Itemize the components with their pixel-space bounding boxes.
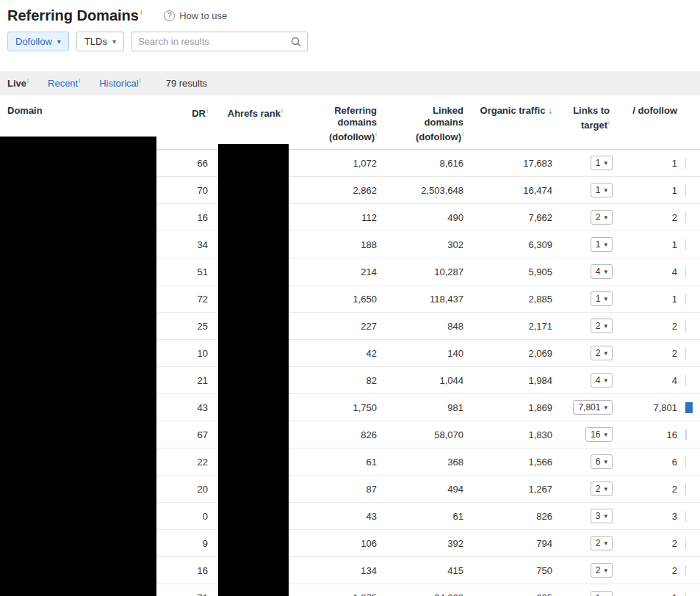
how-to-use-link[interactable]: ? How to use <box>164 10 227 21</box>
search-box <box>131 32 308 51</box>
info-superscript-icon: i <box>462 131 463 138</box>
filter-row: Dofollow ▾ TLDs ▾ <box>0 24 700 51</box>
links-to-target-value: 2 <box>596 538 601 548</box>
column-header-ahrefs-rank-label: Ahrefs rank <box>228 108 281 119</box>
organic-traffic-cell: 750 <box>471 557 560 584</box>
referring-domains-cell: 134 <box>290 557 384 584</box>
dr-cell: 10 <box>156 340 215 367</box>
tab-live[interactable]: Livei <box>7 77 29 89</box>
tab-recent-label: Recent <box>48 79 78 90</box>
caret-down-icon: ▾ <box>604 269 607 275</box>
links-to-target-value: 2 <box>596 565 601 575</box>
referring-domains-cell: 42 <box>290 340 384 367</box>
page-title-text: Referring Domains <box>7 7 139 23</box>
links-to-target-dropdown[interactable]: 2 ▾ <box>591 563 613 578</box>
column-header-ahrefs-rank[interactable]: Ahrefs ranki <box>215 101 290 150</box>
links-to-target-dropdown[interactable]: 7,801 ▾ <box>573 400 613 415</box>
linked-domains-cell: 494 <box>384 476 471 503</box>
caret-down-icon: ▾ <box>604 377 607 384</box>
tlds-filter-button[interactable]: TLDs ▾ <box>76 32 124 51</box>
links-to-target-cell: 1 ▾ <box>560 150 618 177</box>
question-circle-icon: ? <box>164 10 175 21</box>
referring-domains-cell: 2,862 <box>290 177 384 204</box>
links-to-target-dropdown[interactable]: 1 ▾ <box>591 591 613 596</box>
referring-domains-cell: 82 <box>290 367 384 394</box>
links-to-target-dropdown[interactable]: 4 ▾ <box>591 264 613 279</box>
search-input[interactable] <box>132 32 285 51</box>
links-to-target-cell: 2 ▾ <box>560 340 618 367</box>
column-header-dr[interactable]: DRi <box>156 101 215 150</box>
links-bar <box>685 484 686 495</box>
column-header-referring-domains-line1: Referring domains <box>297 105 377 128</box>
links-to-target-dropdown[interactable]: 1 ▾ <box>591 156 613 170</box>
links-bar <box>685 266 686 277</box>
referring-domains-page: Referring Domainsi ? How to use Dofollow… <box>0 0 700 596</box>
links-bar-cell <box>685 340 700 367</box>
column-header-dofollow-ratio[interactable]: / dofollow <box>618 101 685 150</box>
caret-down-icon: ▾ <box>604 567 607 574</box>
linked-domains-cell: 368 <box>384 448 471 476</box>
links-bar-cell <box>685 367 700 394</box>
dofollow-cell: 6 <box>618 448 685 476</box>
info-superscript-icon: i <box>281 107 283 115</box>
dr-cell: 22 <box>156 448 215 476</box>
links-bar-cell <box>685 286 700 313</box>
column-header-linked-domains[interactable]: Linked domains (dofollow)i <box>384 101 471 150</box>
links-to-target-value: 16 <box>591 429 600 440</box>
info-superscript-icon: i <box>140 77 141 84</box>
linked-domains-cell: 140 <box>384 340 471 367</box>
dr-cell: 67 <box>156 421 215 448</box>
links-to-target-value: 7,801 <box>578 402 600 413</box>
links-to-target-dropdown[interactable]: 2 ▾ <box>591 481 613 496</box>
links-bar <box>685 185 686 196</box>
caret-down-icon: ▾ <box>604 160 607 167</box>
links-bar-cell <box>685 177 700 204</box>
dofollow-cell: 2 <box>618 340 685 367</box>
links-to-target-dropdown[interactable]: 1 ▾ <box>591 183 613 197</box>
linked-domains-cell: 10,287 <box>384 258 471 286</box>
organic-traffic-cell: 5,905 <box>471 258 560 286</box>
links-bar-cell <box>685 503 700 530</box>
dofollow-cell: 1 <box>618 286 685 313</box>
links-bar <box>685 402 693 413</box>
links-bar <box>685 348 686 359</box>
links-to-target-dropdown[interactable]: 6 ▾ <box>591 454 613 469</box>
caret-down-icon: ▾ <box>604 187 607 194</box>
organic-traffic-cell: 635 <box>471 584 560 596</box>
links-to-target-dropdown[interactable]: 4 ▾ <box>591 373 613 388</box>
links-to-target-dropdown[interactable]: 1 ▾ <box>591 237 613 252</box>
links-to-target-value: 1 <box>596 239 601 250</box>
links-to-target-dropdown[interactable]: 16 ▾ <box>585 427 613 442</box>
links-to-target-cell: 4 ▾ <box>560 258 618 286</box>
column-header-dofollow-label: / dofollow <box>632 105 677 116</box>
links-to-target-value: 1 <box>596 185 601 195</box>
links-bar-cell <box>685 421 700 448</box>
links-to-target-dropdown[interactable]: 2 ▾ <box>591 536 613 550</box>
info-superscript-icon: i <box>79 77 80 84</box>
dofollow-cell: 4 <box>618 367 685 394</box>
links-to-target-value: 6 <box>596 457 601 467</box>
referring-domains-cell: 112 <box>290 204 384 231</box>
dr-cell: 0 <box>156 503 215 530</box>
dr-cell: 16 <box>156 204 215 231</box>
links-to-target-dropdown[interactable]: 1 ▾ <box>591 291 613 306</box>
links-to-target-cell: 4 ▾ <box>560 367 618 394</box>
column-header-referring-domains[interactable]: Referring domains (dofollow)i <box>290 101 384 150</box>
dofollow-cell: 1 <box>618 231 685 258</box>
column-header-organic-traffic[interactable]: Organic traffic ↓ <box>471 101 560 150</box>
column-header-links-to-target[interactable]: Links to targeti <box>560 101 618 150</box>
links-to-target-dropdown[interactable]: 3 ▾ <box>591 509 613 523</box>
links-bar <box>685 429 687 440</box>
search-submit-button[interactable] <box>285 32 307 51</box>
links-bar <box>685 593 686 596</box>
links-to-target-dropdown[interactable]: 2 ▾ <box>591 210 613 225</box>
tab-historical[interactable]: Historicali <box>99 77 140 89</box>
linked-domains-cell: 8,616 <box>384 150 471 177</box>
organic-traffic-cell: 794 <box>471 530 560 557</box>
linked-domains-cell: 490 <box>384 204 471 231</box>
dofollow-filter-button[interactable]: Dofollow ▾ <box>7 32 69 51</box>
tab-recent[interactable]: Recenti <box>48 77 80 89</box>
organic-traffic-cell: 1,830 <box>471 421 560 448</box>
links-to-target-dropdown[interactable]: 2 ▾ <box>591 346 613 360</box>
links-to-target-dropdown[interactable]: 2 ▾ <box>591 319 613 333</box>
